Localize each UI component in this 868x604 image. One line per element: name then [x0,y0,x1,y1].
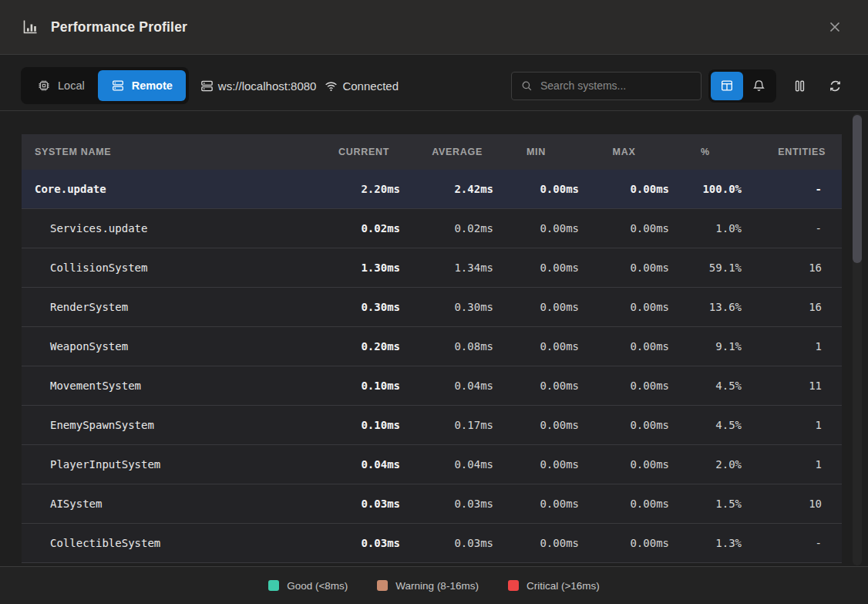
percent-cell: 2.0% [669,458,742,471]
table-row[interactable]: AISystem 0.03ms 0.03ms 0.00ms 0.00ms 1.5… [22,484,842,524]
column-header-entities[interactable]: ENTITIES [742,147,842,157]
min-cell: 0.00ms [493,340,579,353]
close-button[interactable] [823,15,846,39]
scrollbar-thumb[interactable] [853,115,862,263]
current-cell: 0.10ms [311,380,400,392]
current-cell: 0.20ms [311,340,400,353]
system-name-cell: CollisionSystem [22,262,311,274]
min-cell: 0.00ms [493,183,579,195]
min-cell: 0.00ms [493,419,579,431]
performance-profiler-window: Performance Profiler Local [0,0,868,604]
average-cell: 0.04ms [400,458,493,471]
table-row[interactable]: RenderSystem 0.30ms 0.30ms 0.00ms 0.00ms… [22,288,842,327]
titlebar: Performance Profiler [0,0,868,55]
pause-button[interactable] [787,72,812,100]
table-row[interactable]: Core.update 2.20ms 2.42ms 0.00ms 0.00ms … [22,170,842,209]
average-cell: 0.17ms [400,419,493,431]
connection-status: Connected [324,79,399,93]
average-cell: 0.03ms [400,498,493,510]
table-row[interactable]: CollectibleSystem 0.03ms 0.03ms 0.00ms 0… [22,524,842,563]
entities-cell: 16 [742,262,842,274]
current-cell: 0.10ms [311,419,400,431]
entities-cell: 10 [742,498,842,510]
average-cell: 0.08ms [400,340,493,353]
legend-label: Good (<8ms) [287,580,348,592]
connection-mode-toggle: Local Remote [21,67,189,104]
legend-label: Warning (8-16ms) [395,580,479,592]
percent-cell: 4.5% [669,419,742,431]
table-row[interactable]: WeaponSystem 0.20ms 0.08ms 0.00ms 0.00ms… [22,327,842,366]
search-input[interactable] [540,79,692,92]
min-cell: 0.00ms [493,380,579,392]
alerts-button[interactable] [743,72,774,100]
websocket-url: ws://localhost:8080 [200,79,317,93]
max-cell: 0.00ms [579,498,669,510]
percent-cell: 1.5% [669,498,742,510]
server-icon [111,79,125,93]
max-cell: 0.00ms [579,380,669,392]
table-header-row: SYSTEM NAME CURRENT AVERAGE MIN MAX % EN… [22,134,842,170]
systems-table: SYSTEM NAME CURRENT AVERAGE MIN MAX % EN… [22,134,842,563]
legend-label: Critical (>16ms) [527,580,600,592]
system-name-cell: CollectibleSystem [22,537,311,549]
system-name-cell: Services.update [22,222,311,235]
column-header-system-name[interactable]: SYSTEM NAME [22,147,311,157]
max-cell: 0.00ms [579,183,669,195]
legend-item: Critical (>16ms) [508,580,600,592]
connection-status-text: Connected [342,79,399,93]
average-cell: 0.30ms [400,301,493,313]
entities-cell: 1 [742,340,842,353]
cpu-chip-icon [37,79,51,93]
entities-cell: 1 [742,458,842,471]
table-row[interactable]: PlayerInputSystem 0.04ms 0.04ms 0.00ms 0… [22,445,842,484]
entities-cell: 16 [742,301,842,313]
refresh-button[interactable] [823,72,847,100]
column-header-percent[interactable]: % [669,147,742,157]
percent-cell: 1.3% [669,537,742,549]
percent-cell: 4.5% [669,380,742,392]
max-cell: 0.00ms [579,419,669,431]
percent-cell: 13.6% [669,301,742,313]
entities-cell: - [742,537,842,549]
search-icon [520,79,533,93]
page-title: Performance Profiler [51,19,187,35]
search-box [511,72,701,100]
entities-cell: 1 [742,419,842,431]
table-view-button[interactable] [711,72,743,100]
bell-icon [752,79,766,93]
refresh-icon [828,79,843,93]
min-cell: 0.00ms [493,498,579,510]
min-cell: 0.00ms [493,537,579,549]
current-cell: 0.03ms [311,498,400,510]
legend: Good (<8ms) Warning (8-16ms) Critical (>… [0,566,868,604]
current-cell: 0.02ms [311,222,400,235]
max-cell: 0.00ms [579,301,669,313]
percent-cell: 9.1% [669,340,742,353]
column-header-max[interactable]: MAX [579,147,669,157]
websocket-url-text: ws://localhost:8080 [218,79,317,93]
column-header-average[interactable]: AVERAGE [400,147,493,157]
percent-cell: 100.0% [669,183,742,195]
percent-cell: 1.0% [669,222,742,235]
table-row[interactable]: MovementSystem 0.10ms 0.04ms 0.00ms 0.00… [22,366,842,406]
remote-mode-label: Remote [132,79,173,92]
pause-icon [792,79,807,93]
max-cell: 0.00ms [579,340,669,353]
column-header-min[interactable]: MIN [493,147,579,157]
table-row[interactable]: CollisionSystem 1.30ms 1.34ms 0.00ms 0.0… [22,248,842,288]
column-header-current[interactable]: CURRENT [311,147,400,157]
vertical-scrollbar[interactable] [853,113,862,565]
max-cell: 0.00ms [579,262,669,274]
toolbar: Local Remote [21,67,847,104]
legend-swatch-icon [268,580,279,591]
current-cell: 0.03ms [311,537,400,549]
table-row[interactable]: Services.update 0.02ms 0.02ms 0.00ms 0.0… [22,209,842,248]
remote-mode-button[interactable]: Remote [98,70,186,101]
table-row[interactable]: EnemySpawnSystem 0.10ms 0.17ms 0.00ms 0.… [22,406,842,445]
current-cell: 1.30ms [311,262,400,274]
legend-swatch-icon [377,580,388,591]
local-mode-button[interactable]: Local [24,70,98,101]
bar-chart-icon [22,19,39,35]
server-icon [200,79,214,93]
current-cell: 0.30ms [311,301,400,313]
